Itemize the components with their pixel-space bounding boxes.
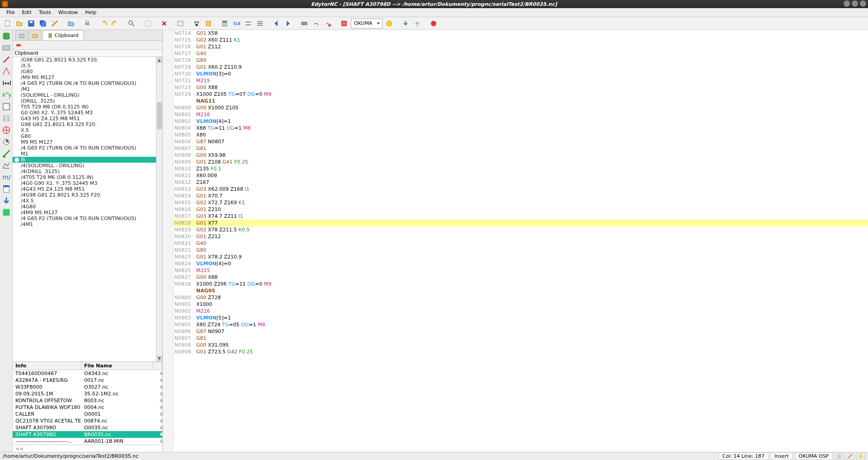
menu-tools[interactable]: Tools [35,9,55,16]
toolbox-icon-2[interactable] [2,43,11,52]
find-icon[interactable] [127,19,137,28]
clip-line[interactable]: M9 M5 M127 [13,139,156,145]
code-line[interactable]: NAG05 [163,287,868,294]
clip-line[interactable]: /M1 [13,86,156,92]
stop-icon[interactable] [429,19,439,28]
toolbox-icon-10[interactable] [2,137,11,146]
toolbox-icon-6[interactable]: x²y [2,90,11,99]
toolbox-icon-16[interactable] [2,208,11,217]
toolbox-icon-5[interactable]: I↔M [2,79,11,88]
code-line[interactable]: N0906 G87 N0907 [163,328,868,335]
toolbox-icon-7[interactable] [2,102,11,111]
clipboard-scrollbar[interactable]: ▲ ▼ [156,57,162,361]
clip-line[interactable]: /4X.5 [13,198,156,204]
code-line[interactable]: N0903 VLMON[5]=1 [163,314,868,321]
toolbox-icon-13[interactable]: m/ [2,173,11,182]
table-row[interactable]: CALLERO0001⊗ [13,411,162,418]
tab-files[interactable] [15,30,28,40]
plugin-icon[interactable] [203,19,213,28]
toolbox-icon-8[interactable] [2,114,11,123]
renumber-icon[interactable]: N# [231,19,241,28]
code-line[interactable]: N0828 X1000 Z206 TG=11 OG=0 M9 [163,281,868,287]
tab-clipboard[interactable]: Clipboard [42,30,84,40]
table-row[interactable]: KONTROLA OFFSETOW8003.nc⊗ [13,397,162,404]
minimize-button[interactable] [844,0,850,7]
code-line[interactable]: N0907 G81 [163,335,868,342]
code-line[interactable]: N0820 G01 Z212 [163,233,868,240]
clip-line[interactable]: /4G98 G81 Z1.8021 R3.325 F20. [13,192,156,198]
table-row[interactable]: W33FB000O3027.nc⊗ [13,384,162,390]
code-line[interactable]: N0827 G00 X88 [163,274,868,281]
delete-icon[interactable] [159,19,169,28]
code-line[interactable]: N0718 G80 [163,57,868,64]
open-file-icon[interactable] [14,19,24,28]
code-line[interactable]: N0823 G01 X78.2 Z210.9 [163,253,868,260]
code-line[interactable]: N0822 G80 [163,247,868,253]
clip-line[interactable]: /4 G65 P2 (TURN ON /4 TO RUN CONTINUOUS) [13,80,156,86]
clip-line[interactable]: /M9 M5 M127 [13,75,156,80]
refresh-icon[interactable] [384,19,394,28]
attach-icon[interactable] [311,19,321,28]
clip-line[interactable]: /4G0 G90 X2. Y-.375 S2445 M3 [13,180,156,186]
toolbox-icon-12[interactable] [2,161,11,170]
code-editor[interactable]: N0714 G01 X58N0715 G02 X60 Z111 K1N0716 … [163,30,868,452]
menu-file[interactable]: File [3,9,18,16]
code-line[interactable]: N0815 G02 X72.7 Z169 K1 [163,199,868,206]
print-icon[interactable] [82,19,92,28]
clip-line[interactable]: X.5 [13,127,156,133]
clip-line[interactable]: T05 T29 M6 (DR 0.3125 IN) [13,104,156,110]
menu-edit[interactable]: Edit [18,9,35,16]
clip-line[interactable]: (SOLIDMILL - DRILLING) [13,92,156,98]
clip-line[interactable]: /4M9 M5 M127 [13,210,156,216]
maximize-button[interactable] [852,0,858,7]
clip-line[interactable]: /4G80 [13,204,156,210]
upload-icon[interactable] [412,19,422,28]
code-line[interactable]: N0817 G03 X74.7 Z211 I1 [163,213,868,220]
readonly-icon[interactable] [175,19,185,28]
code-line[interactable]: N0807 G81 [163,145,868,152]
code-line[interactable]: N0715 G02 X60 Z111 K1 [163,37,868,43]
macro-icon[interactable] [339,19,349,28]
scroll-down-icon[interactable]: ▼ [156,355,162,361]
code-line[interactable]: N0717 G40 [163,50,868,57]
code-line[interactable]: N0808 G00 X59.98 [163,152,868,159]
code-line[interactable]: N0814 G01 X70.7 [163,192,868,199]
code-line[interactable]: N0819 G02 X78 Z211.5 K0.5 [163,226,868,233]
toolbox-icon-4[interactable] [2,67,11,76]
block-select-icon[interactable] [143,19,153,28]
toolbox-icon-1[interactable] [2,32,11,41]
clip-line[interactable]: G43 H5 Z4.125 M8 M51 [13,116,156,122]
close-button[interactable] [860,0,866,7]
code-line[interactable]: N0905 X80 Z724 TG=05 OG=1 M8 [163,321,868,328]
code-line[interactable]: N0719 G01 X60.2 Z110.9 [163,64,868,70]
code-line[interactable]: N0805 X80 [163,131,868,138]
download-icon[interactable] [401,19,410,28]
highlight-combo[interactable]: OKUMA [351,19,382,28]
clip-line[interactable]: /4M1 [13,221,156,227]
code-line[interactable]: N0804 X88 TG=11 OG=1 M8 [163,125,868,131]
code-line[interactable]: N0801 M216 [163,111,868,118]
clip-line[interactable]: G80 [13,133,156,139]
clip-line[interactable]: /4(SOLIDMILL - DRILLING) [13,163,156,169]
clip-line-selected[interactable]: 8i [13,157,156,163]
table-row[interactable]: SHAFT A30798DO0035.nc⊗ [13,424,162,431]
remove-empty-icon[interactable] [243,19,253,28]
menu-help[interactable]: Help [81,9,100,16]
code-line[interactable]: N0824 VLMON[4]=0 [163,260,868,267]
table-row[interactable]: -----------------------------...AAR001-1… [13,438,162,445]
delete-clip-icon[interactable] [15,42,22,48]
col-info-header[interactable]: Info [13,362,81,370]
code-line[interactable]: N0723 G00 X88 [163,84,868,91]
clip-line[interactable]: /G98 G81 Z1.8021 R3.325 F20. [13,57,156,63]
table-row[interactable]: QC21078 VT02 ACETAL TEST00874.nc⊗ [13,418,162,424]
clip-line[interactable]: /4G43 H5 Z4.125 M8 M51 [13,186,156,192]
save-all-icon[interactable] [38,19,48,28]
scroll-up-icon[interactable]: ▲ [156,57,162,63]
scroll-thumb[interactable] [157,102,162,129]
new-file-icon[interactable] [3,19,13,28]
code-line[interactable]: N0908 G00 X31.095 [163,342,868,348]
table-row[interactable]: T044160D00467O4343.nc⊗ [13,370,162,377]
code-line[interactable]: N0810 Z135 F0.1 [163,165,868,172]
code-line[interactable]: N0812 Z167 [163,179,868,186]
code-line[interactable]: N0806 G87 N0807 [163,138,868,145]
